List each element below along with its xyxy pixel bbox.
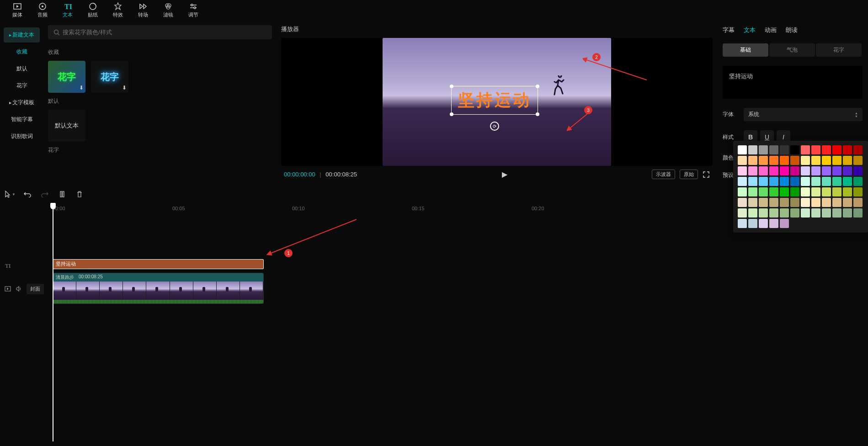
- color-cell[interactable]: [769, 177, 778, 186]
- color-cell[interactable]: [811, 177, 820, 186]
- toolbar-transition[interactable]: 转场: [130, 2, 155, 18]
- color-cell[interactable]: [780, 187, 789, 196]
- original-button[interactable]: 原始: [680, 170, 698, 179]
- color-cell[interactable]: [790, 198, 799, 207]
- color-cell[interactable]: [801, 145, 810, 154]
- color-cell[interactable]: [801, 177, 810, 186]
- color-cell[interactable]: [769, 208, 778, 218]
- lib-item-huazi-1[interactable]: 花字 ⬇: [48, 61, 85, 93]
- color-cell[interactable]: [822, 177, 831, 186]
- color-cell[interactable]: [853, 177, 863, 186]
- font-select[interactable]: 系统 ▲▼: [744, 108, 863, 121]
- search-bar[interactable]: [48, 25, 272, 39]
- sidebar-favorites[interactable]: 收藏: [4, 44, 40, 59]
- tab-text[interactable]: 文本: [744, 26, 756, 34]
- color-cell[interactable]: [853, 208, 863, 218]
- color-cell[interactable]: [738, 187, 747, 196]
- color-cell[interactable]: [759, 145, 768, 154]
- color-cell[interactable]: [780, 198, 789, 207]
- color-cell[interactable]: [853, 187, 863, 196]
- color-cell[interactable]: [769, 156, 778, 165]
- color-cell[interactable]: [769, 187, 778, 196]
- toolbar-sticker[interactable]: 贴纸: [80, 2, 105, 18]
- text-clip[interactable]: 坚持运动: [53, 259, 264, 269]
- toolbar-audio[interactable]: 音频: [30, 2, 55, 18]
- color-cell[interactable]: [843, 177, 852, 186]
- resize-handle-ne[interactable]: [536, 85, 539, 88]
- sidebar-recognize-lyrics[interactable]: 识别歌词: [4, 129, 40, 144]
- resize-handle-se[interactable]: [536, 112, 539, 116]
- font-stepper[interactable]: ▲▼: [855, 112, 858, 118]
- color-cell[interactable]: [853, 145, 863, 154]
- color-cell[interactable]: [853, 166, 863, 175]
- color-cell[interactable]: [843, 187, 852, 196]
- color-cell[interactable]: [780, 219, 789, 228]
- color-cell[interactable]: [748, 208, 757, 218]
- playhead[interactable]: [53, 204, 53, 441]
- color-cell[interactable]: [822, 198, 831, 207]
- color-cell[interactable]: [748, 187, 757, 196]
- video-clip[interactable]: 清晨跑步 00:00:08:25: [53, 273, 264, 304]
- color-cell[interactable]: [769, 166, 778, 175]
- rotate-handle[interactable]: ⟳: [490, 122, 499, 131]
- color-cell[interactable]: [843, 156, 852, 165]
- color-cell[interactable]: [748, 219, 757, 228]
- delete-button[interactable]: [74, 189, 85, 200]
- color-cell[interactable]: [769, 219, 778, 228]
- color-cell[interactable]: [822, 187, 831, 196]
- scope-button[interactable]: 示波器: [652, 170, 675, 179]
- color-cell[interactable]: [780, 208, 789, 218]
- color-cell[interactable]: [790, 166, 799, 175]
- color-cell[interactable]: [769, 145, 778, 154]
- cover-button[interactable]: 封面: [27, 284, 44, 294]
- color-cell[interactable]: [822, 166, 831, 175]
- color-cell[interactable]: [811, 198, 820, 207]
- toolbar-media[interactable]: 媒体: [5, 2, 30, 18]
- color-cell[interactable]: [748, 156, 757, 165]
- color-cell[interactable]: [738, 219, 747, 228]
- lib-item-default-text[interactable]: 默认文本: [48, 110, 85, 142]
- color-cell[interactable]: [790, 145, 799, 154]
- color-cell[interactable]: [748, 166, 757, 175]
- color-cell[interactable]: [822, 145, 831, 154]
- split-button[interactable]: [57, 189, 68, 200]
- color-cell[interactable]: [748, 177, 757, 186]
- mute-icon[interactable]: [16, 286, 22, 292]
- color-cell[interactable]: [738, 177, 747, 186]
- sidebar-huazi[interactable]: 花字: [4, 78, 40, 93]
- color-cell[interactable]: [801, 156, 810, 165]
- tab-animation[interactable]: 动画: [765, 26, 777, 34]
- color-cell[interactable]: [759, 208, 768, 218]
- color-cell[interactable]: [780, 177, 789, 186]
- color-cell[interactable]: [811, 166, 820, 175]
- color-cell[interactable]: [790, 177, 799, 186]
- color-cell[interactable]: [843, 166, 852, 175]
- color-cell[interactable]: [759, 187, 768, 196]
- color-cell[interactable]: [832, 187, 841, 196]
- resize-handle-nw[interactable]: [450, 85, 453, 88]
- redo-button[interactable]: [39, 189, 50, 200]
- color-cell[interactable]: [822, 208, 831, 218]
- color-cell[interactable]: [853, 198, 863, 207]
- color-cell[interactable]: [801, 208, 810, 218]
- color-cell[interactable]: [780, 156, 789, 165]
- color-cell[interactable]: [811, 156, 820, 165]
- sidebar-text-template[interactable]: 文字模板: [4, 95, 40, 110]
- sidebar-smart-subtitle[interactable]: 智能字幕: [4, 112, 40, 127]
- sidebar-default[interactable]: 默认: [4, 61, 40, 76]
- text-overlay-box[interactable]: 坚持运动 ⟳: [451, 86, 538, 115]
- subtab-basic[interactable]: 基础: [723, 43, 768, 57]
- play-button[interactable]: ▶: [502, 170, 507, 179]
- color-cell[interactable]: [738, 208, 747, 218]
- resize-handle-sw[interactable]: [450, 112, 453, 116]
- color-cell[interactable]: [832, 166, 841, 175]
- color-cell[interactable]: [843, 198, 852, 207]
- color-cell[interactable]: [811, 187, 820, 196]
- color-cell[interactable]: [811, 145, 820, 154]
- toolbar-text[interactable]: TI 文本: [55, 2, 80, 18]
- color-cell[interactable]: [801, 187, 810, 196]
- color-cell[interactable]: [801, 198, 810, 207]
- color-cell[interactable]: [769, 198, 778, 207]
- color-cell[interactable]: [790, 187, 799, 196]
- color-cell[interactable]: [748, 198, 757, 207]
